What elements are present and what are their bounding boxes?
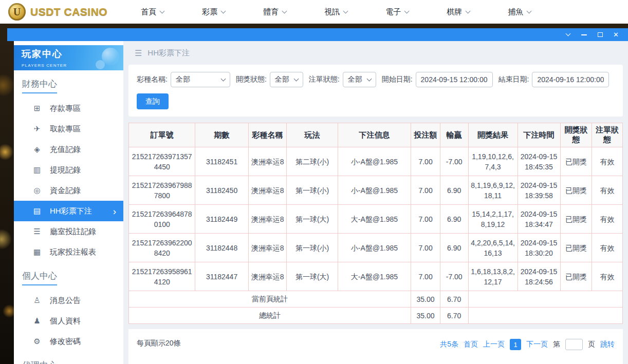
table-cell: 6.90 (440, 176, 468, 205)
page-title: HH彩票下注 (147, 48, 190, 58)
sidebar-item-recharge-record[interactable]: ◈充值記錄 (14, 139, 123, 160)
filter-group: 開始日期: (382, 72, 493, 87)
nav-item-live-video[interactable]: 視訊 (305, 0, 366, 24)
topnav-menu: 首頁彩票體育視訊電子棋牌捕魚 (122, 0, 550, 24)
sidebar-item-profile[interactable]: ♟個人資料 (14, 311, 123, 331)
filter-panel: 彩種名稱:全部開獎狀態:全部注單狀態:全部開始日期:結束日期: 查詢 (128, 65, 623, 117)
sidebar-item-label: 存款專區 (50, 104, 81, 113)
nav-item-board-games[interactable]: 棋牌 (428, 0, 489, 24)
end-date-input[interactable] (532, 72, 609, 87)
nav-item-slots[interactable]: 電子 (366, 0, 428, 24)
table-cell: 已開獎 (560, 262, 592, 291)
chevron-down-icon (404, 8, 410, 13)
chevron-down-icon (466, 8, 471, 13)
sidebar-item-label: HH彩票下注 (50, 206, 92, 216)
nav-item-sports[interactable]: 體育 (244, 0, 305, 24)
nav-item-home[interactable]: 首頁 (122, 0, 183, 24)
column-header: 下注時間 (518, 123, 560, 147)
column-header: 彩種名稱 (248, 123, 287, 147)
password-icon: ⚙ (32, 337, 42, 346)
select-value: 全部 (348, 75, 362, 84)
pagination: 共5条 首页 上一页 1 下一页 第 页 跳转 (440, 339, 615, 350)
funds-record-icon: ◎ (32, 186, 42, 195)
chevron-down-icon (366, 76, 372, 81)
draw-status-select[interactable]: 全部 (270, 72, 303, 87)
hamburger-icon[interactable]: ☰ (135, 48, 142, 58)
summary-empty-cell (468, 291, 623, 308)
nav-item-fishing[interactable]: 捕魚 (489, 0, 550, 24)
lottery-name-select[interactable]: 全部 (171, 72, 230, 87)
start-date-input[interactable] (416, 72, 493, 87)
sidebar-item-deposit[interactable]: ⊞存款專區 (14, 98, 123, 119)
sidebar-header: 玩家中心 PLAYERS CENTER (14, 45, 123, 70)
sidebar-item-label: 玩家投注報表 (50, 247, 96, 257)
current-page-button[interactable]: 1 (510, 339, 521, 350)
sidebar: 玩家中心 PLAYERS CENTER 財務中心⊞存款專區✈取款專區◈充值記錄▥… (14, 41, 123, 364)
summary-bet-total-cell: 35.00 (411, 291, 440, 308)
sidebar-item-change-password[interactable]: ⚙修改密碼 (14, 331, 123, 352)
window-maximize-button[interactable] (592, 28, 608, 41)
nav-item-lottery[interactable]: 彩票 (183, 0, 244, 24)
summary-row: 總統計35.006.70 (129, 308, 623, 324)
section-label-text: 代理中心 (22, 359, 57, 364)
window-body: 玩家中心 PLAYERS CENTER 財務中心⊞存款專區✈取款專區◈充值記錄▥… (14, 41, 628, 364)
column-header: 訂單號 (129, 123, 195, 147)
sidebar-section-label: 代理中心 (14, 352, 123, 364)
nav-item-label: 視訊 (324, 7, 340, 17)
table-row: 215217263962200842031182448澳洲幸运8第一球(小)小-… (129, 234, 623, 262)
summary-winloss-total-cell: 6.70 (440, 291, 468, 308)
window-minimize-button[interactable] (576, 28, 592, 41)
minimize-icon (581, 34, 587, 35)
bet-report-icon: ▦ (32, 247, 42, 257)
topnav: U USDT CASINO 首頁彩票體育視訊電子棋牌捕魚 (0, 0, 628, 24)
table-cell: 澳洲幸运8 (248, 176, 287, 205)
table-cell: 7.00 (411, 176, 440, 205)
filter-label: 開始日期: (382, 75, 413, 84)
brand-name: USDT CASINO (30, 6, 107, 18)
table-cell: 澳洲幸运8 (248, 234, 287, 262)
jump-button[interactable]: 跳转 (600, 340, 615, 349)
sidebar-menu: 財務中心⊞存款專區✈取款專區◈充值記錄▥提現記錄◎資金記錄▤HH彩票下注›☰廳室… (14, 70, 123, 364)
window-close-button[interactable]: ✕ (608, 28, 624, 41)
filter-label: 注單狀態: (309, 75, 340, 84)
table-cell: 有效 (592, 176, 623, 205)
summary-empty-cell (468, 308, 623, 324)
table-cell: 15,14,2,1,17,8,19,12 (468, 205, 518, 234)
sidebar-item-hall-bet-records[interactable]: ☰廳室投註記錄 (14, 221, 123, 242)
chevron-down-icon (566, 31, 571, 36)
sidebar-item-cashout-record[interactable]: ▥提現記錄 (14, 160, 123, 180)
section-label-text: 財務中心 (22, 78, 57, 93)
sidebar-item-announcements[interactable]: ♙消息公告 (14, 290, 123, 311)
chevron-down-icon (293, 76, 299, 81)
prev-page-link[interactable]: 上一页 (483, 340, 505, 349)
table-cell: 7.00 (411, 147, 440, 176)
table-cell: 6.90 (440, 205, 468, 234)
sidebar-item-label: 個人資料 (50, 316, 81, 326)
sidebar-item-funds-record[interactable]: ◎資金記錄 (14, 180, 123, 201)
table-cell: 大-A盤@1.985 (338, 205, 411, 234)
column-header: 輸贏 (440, 123, 468, 147)
sidebar-item-player-bet-report[interactable]: ▦玩家投注報表 (14, 242, 123, 262)
jump-page-input[interactable] (565, 339, 583, 350)
chevron-down-icon (343, 8, 348, 13)
window-collapse-button[interactable] (560, 28, 576, 41)
table-cell: 第一球(大) (287, 205, 338, 234)
section-label-text: 個人中心 (22, 270, 57, 285)
summary-label-cell: 當前頁統計 (129, 291, 411, 308)
sidebar-item-hh-lottery-bets[interactable]: ▤HH彩票下注› (14, 201, 123, 221)
desktop-background: ✕ 玩家中心 PLAYERS CENTER 財務中心⊞存款專區✈取款專區◈充值記… (0, 24, 628, 364)
next-page-link[interactable]: 下一页 (526, 340, 548, 349)
table-cell: 31182450 (195, 176, 248, 205)
first-page-link[interactable]: 首页 (464, 340, 478, 349)
sidebar-item-label: 廳室投註記錄 (50, 227, 96, 237)
table-cell: 1,6,18,13,8,2,12,17 (468, 262, 518, 291)
brand-logo[interactable]: U USDT CASINO (8, 3, 107, 21)
maximize-icon (598, 32, 603, 37)
table-cell: 小-A盤@1.985 (338, 176, 411, 205)
order-status-select[interactable]: 全部 (343, 72, 376, 87)
search-button[interactable]: 查詢 (137, 93, 169, 109)
sidebar-item-withdraw[interactable]: ✈取款專區 (14, 119, 123, 139)
filter-group: 彩種名稱:全部 (137, 72, 230, 87)
coin-icon: U (8, 3, 26, 21)
bets-table: 訂單號期數彩種名稱玩法下注信息投注額輸贏開獎結果下注時間開獎狀態注單狀態2152… (128, 123, 623, 324)
